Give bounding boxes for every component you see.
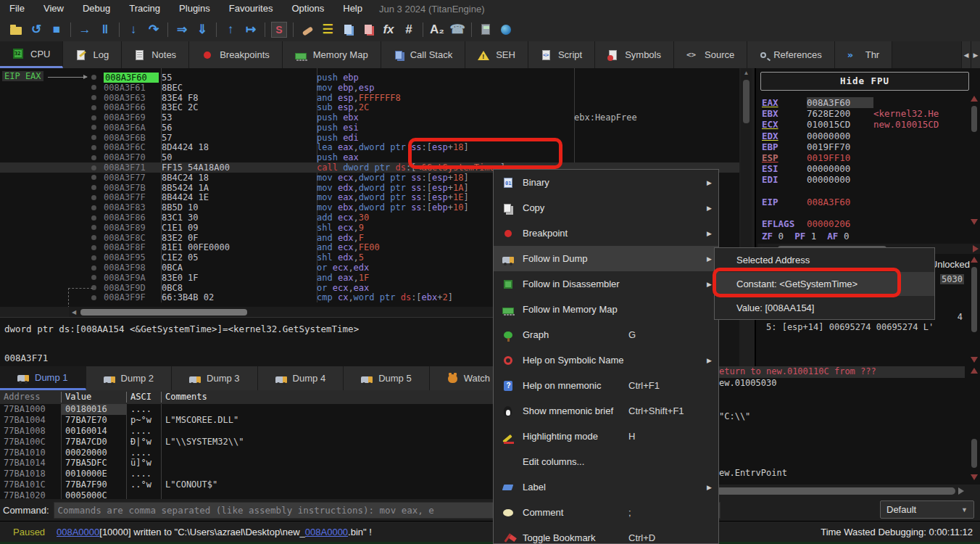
stack-line[interactable] bbox=[715, 423, 965, 434]
disassembly-row[interactable]: 008A3F618BECmov ebp,esp bbox=[0, 83, 739, 93]
tab-scroll-left-button[interactable]: ◀ bbox=[961, 41, 971, 68]
tab-symbols[interactable]: Symbols bbox=[595, 41, 674, 68]
tab-dump-2[interactable]: Dump 2 bbox=[86, 366, 173, 390]
stack-panel[interactable]: eturn to new.0100110C from ???ew.0100503… bbox=[714, 366, 980, 485]
attach-button[interactable]: ☎ bbox=[447, 20, 468, 39]
context-menu-item-help-on-mnemonic[interactable]: Help on mnemonicCtrl+F1 bbox=[494, 373, 718, 398]
menu-debug[interactable]: Debug bbox=[73, 0, 120, 17]
register-row[interactable] bbox=[762, 207, 972, 218]
breakpoint-dot[interactable] bbox=[91, 295, 104, 300]
breakpoint-dot[interactable] bbox=[91, 105, 104, 110]
stack-line[interactable]: ew.01005030 bbox=[715, 378, 965, 390]
stack-line[interactable]: eturn to new.0100110C from ??? bbox=[715, 366, 965, 378]
arguments-vertical-scrollbar[interactable] bbox=[969, 257, 979, 363]
context-menu-item-help-on-symbolic-name[interactable]: Help on Symbolic Name▶ bbox=[494, 347, 718, 373]
tab-memory-map[interactable]: Memory Map bbox=[283, 41, 381, 68]
menu-plugins[interactable]: Plugins bbox=[170, 0, 220, 17]
tab-scroll-right-button[interactable]: ▶ bbox=[971, 41, 980, 68]
breakpoint-dot[interactable] bbox=[91, 145, 104, 150]
breakpoint-dot[interactable] bbox=[91, 215, 104, 221]
update-check-button[interactable] bbox=[496, 20, 516, 39]
arguments-lock-state[interactable]: Unlocked bbox=[931, 259, 970, 270]
register-row[interactable]: EDX00000000 bbox=[762, 131, 972, 141]
breakpoint-dot[interactable] bbox=[91, 275, 104, 280]
register-rows[interactable]: EAX008A3F60EBX7628E200<kernel32.HeECX010… bbox=[762, 97, 972, 229]
submenu-item-value-008aa154[interactable]: Value: [008AA154] bbox=[715, 296, 934, 320]
breakpoint-dot[interactable] bbox=[91, 255, 104, 260]
stack-line[interactable]: "C:\\" bbox=[715, 411, 965, 423]
status-address-link[interactable]: 008A0000 bbox=[57, 527, 99, 537]
tab-notes[interactable]: Notes bbox=[122, 41, 189, 68]
menu-file[interactable]: File bbox=[0, 0, 34, 17]
registers-panel[interactable]: Hide FPU EAX008A3F60EBX7628E200<kernel32… bbox=[755, 68, 980, 254]
context-menu-item-graph[interactable]: GraphG bbox=[494, 322, 718, 347]
functions-button[interactable]: fx bbox=[378, 20, 399, 39]
registers-vertical-scrollbar[interactable] bbox=[969, 96, 979, 225]
breakpoint-dot[interactable] bbox=[91, 245, 104, 250]
tab-cpu[interactable]: CPU bbox=[0, 41, 63, 68]
open-file-button[interactable] bbox=[6, 20, 26, 39]
status-address-link[interactable]: 008A0000 bbox=[305, 527, 348, 537]
trace-into-button[interactable]: ⇒ bbox=[172, 20, 192, 39]
context-menu-item-breakpoint[interactable]: Breakpoint▶ bbox=[494, 221, 718, 246]
source-pages-button[interactable] bbox=[338, 20, 358, 39]
tab-references[interactable]: References bbox=[747, 41, 834, 68]
breakpoint-dot[interactable] bbox=[91, 125, 104, 130]
breakpoint-dot[interactable] bbox=[91, 95, 104, 100]
register-row[interactable]: ESP0019FF10 bbox=[762, 152, 972, 163]
context-menu-item-highlighting-mode[interactable]: Highlighting modeH bbox=[494, 424, 718, 449]
register-row[interactable]: EFLAGS00000206 bbox=[762, 218, 972, 229]
breakpoint-dot[interactable] bbox=[91, 195, 104, 200]
menu-view[interactable]: View bbox=[34, 0, 73, 17]
context-menu-item-toggle-bookmark[interactable]: Toggle BookmarkCtrl+D bbox=[494, 525, 718, 544]
stack-line[interactable]: ew.EntrvPoint bbox=[715, 468, 965, 479]
breakpoint-dot[interactable] bbox=[91, 205, 104, 210]
stack-horizontal-scrollbar[interactable] bbox=[716, 485, 980, 496]
register-row[interactable]: EBX7628E200<kernel32.He bbox=[762, 108, 972, 119]
dump-column-header[interactable]: Value bbox=[62, 392, 127, 403]
breakpoint-dot[interactable] bbox=[91, 85, 104, 90]
menu-tracing[interactable]: Tracing bbox=[120, 0, 170, 17]
tab-dump-1[interactable]: Dump 1 bbox=[0, 366, 86, 390]
run-button[interactable]: → bbox=[75, 20, 95, 39]
menu-options[interactable]: Options bbox=[282, 0, 333, 17]
breakpoint-dot[interactable] bbox=[91, 155, 104, 160]
breakpoint-dot[interactable] bbox=[91, 225, 104, 230]
register-row[interactable]: ECX010015CDnew.010015CD bbox=[762, 119, 972, 130]
disassembly-row[interactable]: 008A3F7050push eax bbox=[0, 152, 739, 162]
tab-dump-5[interactable]: Dump 5 bbox=[344, 366, 430, 390]
tab-thr[interactable]: »Thr bbox=[835, 41, 893, 68]
tab-breakpoints[interactable]: Breakpoints bbox=[189, 41, 283, 68]
context-menu-item-follow-in-disassembler[interactable]: Follow in Disassembler▶ bbox=[494, 271, 718, 297]
tab-dump-3[interactable]: Dump 3 bbox=[172, 366, 258, 390]
stack-line[interactable] bbox=[715, 389, 965, 400]
tab-call-stack[interactable]: Call Stack bbox=[381, 41, 466, 68]
stack-line[interactable] bbox=[715, 434, 965, 445]
breakpoint-dot[interactable] bbox=[91, 235, 104, 240]
context-menu-item-comment[interactable]: Comment; bbox=[494, 500, 718, 525]
disassembly-row[interactable]: 008A3F6B57push edi bbox=[0, 133, 739, 143]
stack-line[interactable] bbox=[715, 456, 965, 468]
context-menu-item-follow-in-dump[interactable]: Follow in Dump▶ bbox=[494, 246, 718, 271]
submenu-item-constant-getsystemtime[interactable]: Constant: <GetSystemTime> bbox=[715, 272, 934, 296]
breakpoint-dot[interactable] bbox=[91, 115, 104, 120]
step-over-button[interactable]: ↷ bbox=[144, 20, 164, 39]
register-row[interactable]: ESI00000000 bbox=[762, 163, 972, 174]
breakpoint-dot[interactable] bbox=[91, 265, 104, 271]
execute-till-return-button[interactable]: ↑ bbox=[220, 20, 241, 39]
patches-button[interactable] bbox=[297, 20, 317, 39]
context-menu-item-follow-in-memory-map[interactable]: Follow in Memory Map bbox=[494, 297, 718, 322]
context-menu-item-binary[interactable]: Binary▶ bbox=[494, 170, 718, 195]
breakpoint-dot[interactable] bbox=[91, 175, 104, 180]
disassembly-row[interactable]: 008A3F6683EC 2Csub esp,2C bbox=[0, 102, 739, 112]
tab-log[interactable]: Log bbox=[63, 41, 122, 68]
register-row[interactable]: EAX008A3F60 bbox=[762, 97, 972, 108]
stop-button[interactable]: ■ bbox=[46, 20, 67, 39]
context-menu-item-label[interactable]: Label▶ bbox=[494, 474, 718, 500]
preferences-button[interactable]: S bbox=[269, 20, 289, 39]
stack-vertical-scrollbar[interactable] bbox=[969, 368, 979, 480]
breakpoint-dot[interactable] bbox=[91, 75, 104, 80]
assemble-button[interactable]: A₂ bbox=[427, 20, 447, 39]
disassembly-row[interactable]: 008A3F6A56push esi bbox=[0, 123, 739, 133]
register-row[interactable]: EBP0019FF70 bbox=[762, 141, 972, 152]
